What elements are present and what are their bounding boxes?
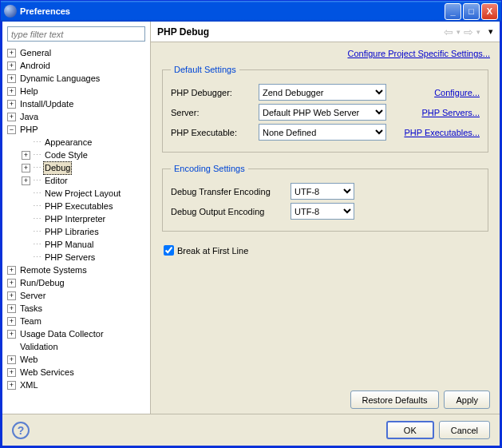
tree-item[interactable]: +Dynamic Languages xyxy=(4,72,150,85)
server-select[interactable]: Default PHP Web Server xyxy=(259,104,386,121)
expand-icon[interactable]: + xyxy=(7,381,16,390)
expand-icon[interactable]: + xyxy=(7,266,16,275)
expand-icon[interactable]: + xyxy=(7,330,16,339)
tree-item[interactable]: +Server xyxy=(4,289,150,302)
tree-item[interactable]: +Install/Update xyxy=(4,97,150,110)
tree-item-label[interactable]: Remote Systems xyxy=(18,264,89,276)
tree-item-label[interactable]: New Project Layout xyxy=(43,188,122,200)
tree-item-label[interactable]: General xyxy=(18,47,53,59)
tree-item[interactable]: +Run/Debug xyxy=(4,276,150,289)
tree-item[interactable]: +Java xyxy=(4,110,150,123)
expand-icon[interactable]: + xyxy=(22,164,30,172)
tree-item[interactable]: +⋯Debug xyxy=(4,161,150,174)
expand-icon[interactable]: + xyxy=(7,74,16,83)
ok-button[interactable]: OK xyxy=(386,421,434,439)
tree-item[interactable]: +⋯Code Style xyxy=(4,149,150,161)
server-label: Server: xyxy=(171,108,259,117)
tree-item-label[interactable]: PHP Executables xyxy=(43,200,114,212)
tree-item[interactable]: +Remote Systems xyxy=(4,264,150,276)
tree-item[interactable]: +General xyxy=(4,46,150,59)
tree-item-label[interactable]: Validation xyxy=(18,341,60,353)
back-icon[interactable]: ⇦ xyxy=(444,26,453,38)
expand-icon[interactable]: + xyxy=(7,61,16,70)
maximize-button[interactable]: □ xyxy=(463,3,480,20)
tree-item[interactable]: +Team xyxy=(4,315,150,327)
tree-item-label[interactable]: Java xyxy=(18,111,40,123)
debugger-select[interactable]: Zend Debugger xyxy=(259,84,386,101)
tree-item[interactable]: +Usage Data Collector xyxy=(4,327,150,340)
tree-item-label[interactable]: Tasks xyxy=(18,303,44,315)
help-icon[interactable]: ? xyxy=(12,422,30,439)
expand-icon[interactable]: + xyxy=(7,304,16,313)
project-settings-link[interactable]: Configure Project Specific Settings... xyxy=(347,49,490,58)
minimize-button[interactable]: _ xyxy=(445,3,461,20)
output-encoding-select[interactable]: UTF-8 xyxy=(291,203,354,220)
expand-icon[interactable]: + xyxy=(7,113,16,121)
break-first-line-checkbox[interactable] xyxy=(164,245,174,256)
tree-item-label[interactable]: Install/Update xyxy=(18,98,75,110)
tree-item-label[interactable]: Android xyxy=(18,60,52,72)
php-executables-link[interactable]: PHP Executables... xyxy=(404,128,480,137)
menu-icon[interactable]: ▾ xyxy=(488,26,493,37)
expand-icon[interactable]: + xyxy=(22,151,30,160)
tree-item-label[interactable]: Editor xyxy=(43,175,69,187)
tree-item-label[interactable]: PHP Manual xyxy=(43,239,96,251)
restore-defaults-button[interactable]: Restore Defaults xyxy=(350,391,440,409)
tree-item[interactable]: ⋯PHP Libraries xyxy=(4,225,150,238)
tree-item-label[interactable]: Dynamic Languages xyxy=(18,73,101,85)
expand-icon[interactable]: + xyxy=(7,87,16,96)
tree-item-label[interactable]: Web Services xyxy=(18,367,76,379)
apply-button[interactable]: Apply xyxy=(444,391,490,409)
tree-item[interactable]: −PHP xyxy=(4,123,150,136)
tree-item-label[interactable]: Web xyxy=(18,354,39,366)
tree-item[interactable]: ⋯New Project Layout xyxy=(4,187,150,200)
tree-item-label[interactable]: PHP Interpreter xyxy=(43,213,107,225)
tree-item[interactable]: ⋯PHP Manual xyxy=(4,238,150,251)
tree-item[interactable]: ⋯PHP Interpreter xyxy=(4,212,150,225)
expand-icon[interactable]: + xyxy=(22,176,30,185)
tree-item[interactable]: +⋯Editor xyxy=(4,174,150,187)
expand-icon[interactable]: + xyxy=(7,100,16,109)
tree-item-label[interactable]: PHP Servers xyxy=(43,252,97,264)
executable-select[interactable]: None Defined xyxy=(259,124,386,141)
close-button[interactable]: X xyxy=(481,3,498,20)
filter-input[interactable] xyxy=(7,26,145,42)
expand-icon[interactable]: + xyxy=(7,355,16,364)
tree-item-label[interactable]: Code Style xyxy=(43,149,89,161)
debugger-configure-link[interactable]: Configure... xyxy=(434,88,480,97)
tree-item-label[interactable]: Run/Debug xyxy=(18,277,66,289)
tree-spacer xyxy=(22,253,30,262)
tree-item[interactable]: ⋯PHP Servers xyxy=(4,251,150,264)
expand-icon[interactable]: + xyxy=(7,279,16,287)
tree-item[interactable]: +Web Services xyxy=(4,366,150,379)
tree-item-label[interactable]: PHP xyxy=(18,124,40,136)
tree-item[interactable]: +Android xyxy=(4,59,150,72)
tree-item[interactable]: ⋯PHP Executables xyxy=(4,200,150,212)
expand-icon[interactable]: + xyxy=(7,317,16,326)
tree-item[interactable]: Validation xyxy=(4,340,150,353)
tree-item-label[interactable]: Server xyxy=(18,290,47,302)
tree-item[interactable]: +XML xyxy=(4,379,150,391)
tree-item[interactable]: +Web xyxy=(4,353,150,366)
tree-item[interactable]: +Help xyxy=(4,85,150,97)
tree-item[interactable]: +Tasks xyxy=(4,302,150,315)
tree-item-label[interactable]: Usage Data Collector xyxy=(18,328,105,340)
expand-icon[interactable]: + xyxy=(7,49,16,57)
expand-icon[interactable]: + xyxy=(7,291,16,300)
preferences-tree[interactable]: +General+Android+Dynamic Languages+Help+… xyxy=(2,45,150,414)
tree-item[interactable]: ⋯Appearance xyxy=(4,136,150,149)
php-servers-link[interactable]: PHP Servers... xyxy=(421,108,480,117)
break-first-line-label[interactable]: Break at First Line xyxy=(177,246,248,256)
expand-icon[interactable]: + xyxy=(7,368,16,377)
tree-item-label[interactable]: PHP Libraries xyxy=(43,226,101,238)
tree-item-label[interactable]: Help xyxy=(18,85,40,97)
forward-icon[interactable]: ⇨ xyxy=(464,26,473,38)
transfer-encoding-select[interactable]: UTF-8 xyxy=(291,183,354,200)
cancel-button[interactable]: Cancel xyxy=(439,421,490,439)
collapse-icon[interactable]: − xyxy=(7,125,16,134)
titlebar[interactable]: Preferences _ □ X xyxy=(1,1,501,22)
tree-item-label[interactable]: XML xyxy=(18,379,40,391)
tree-item-label[interactable]: Team xyxy=(18,315,43,327)
tree-item-label[interactable]: Debug xyxy=(43,161,72,175)
tree-item-label[interactable]: Appearance xyxy=(43,137,93,149)
